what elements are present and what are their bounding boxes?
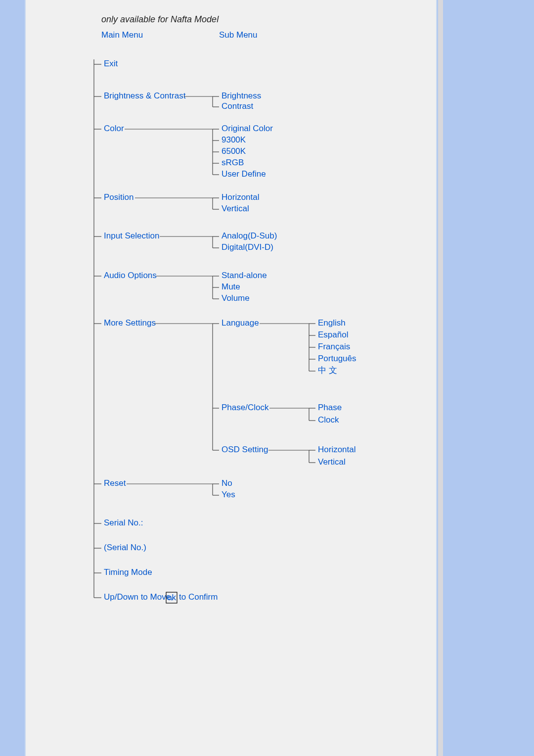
- menu-reset: Reset: [104, 478, 126, 488]
- sub-analog: Analog(D-Sub): [222, 231, 277, 240]
- main-menu-header: Main Menu: [101, 30, 143, 40]
- menu-serial-label: Serial No.:: [104, 518, 143, 527]
- menu-position: Position: [104, 192, 134, 202]
- sub-user-define: User Define: [222, 169, 266, 179]
- menu-audio-options: Audio Options: [104, 271, 157, 280]
- osd-vertical: Vertical: [318, 457, 346, 467]
- menu-exit: Exit: [104, 59, 118, 68]
- sub-osd-setting: OSD Setting: [222, 445, 268, 454]
- sub-standalone: Stand-alone: [222, 271, 267, 280]
- sub-phase-clock: Phase/Clock: [222, 403, 269, 412]
- lang-english: English: [318, 318, 346, 328]
- menu-more-settings: More Settings: [104, 318, 156, 328]
- lang-francais: Français: [318, 342, 350, 351]
- hint-ok: ok: [167, 593, 176, 602]
- sub-reset-yes: Yes: [222, 490, 235, 499]
- lang-portugues: Português: [318, 354, 356, 363]
- sub-digital: Digital(DVI-D): [222, 242, 273, 252]
- lang-chinese: 中 文: [318, 366, 337, 375]
- menu-timing-mode: Timing Mode: [104, 567, 152, 577]
- lang-espanol: Español: [318, 330, 348, 339]
- availability-note: only available for Nafta Model: [101, 14, 219, 24]
- sub-contrast: Contrast: [222, 101, 254, 111]
- osd-horizontal: Horizontal: [318, 445, 356, 454]
- sub-volume: Volume: [222, 293, 250, 303]
- pc-phase: Phase: [318, 403, 342, 412]
- pc-clock: Clock: [318, 415, 339, 425]
- sub-brightness: Brightness: [222, 91, 261, 100]
- menu-serial-value: (Serial No.): [104, 543, 146, 552]
- sub-reset-no: No: [222, 478, 232, 488]
- menu-color: Color: [104, 124, 124, 133]
- sub-srgb: sRGB: [222, 158, 244, 167]
- sub-pos-horizontal: Horizontal: [222, 192, 260, 202]
- hint-suffix: to Confirm: [179, 592, 218, 602]
- menu-input-selection: Input Selection: [104, 231, 159, 240]
- sub-pos-vertical: Vertical: [222, 204, 249, 213]
- sub-mute: Mute: [222, 282, 240, 291]
- menu-brightness-contrast: Brightness & Contrast: [104, 91, 186, 100]
- menu-tree-diagram: only available for Nafta Model Main Menu…: [0, 0, 534, 756]
- sub-menu-header: Sub Menu: [219, 30, 258, 40]
- sub-6500k: 6500K: [222, 146, 246, 156]
- sub-9300k: 9300K: [222, 135, 246, 144]
- sub-original-color: Original Color: [222, 124, 273, 133]
- hint-prefix: Up/Down to Move,: [104, 592, 173, 602]
- sub-language: Language: [222, 318, 259, 328]
